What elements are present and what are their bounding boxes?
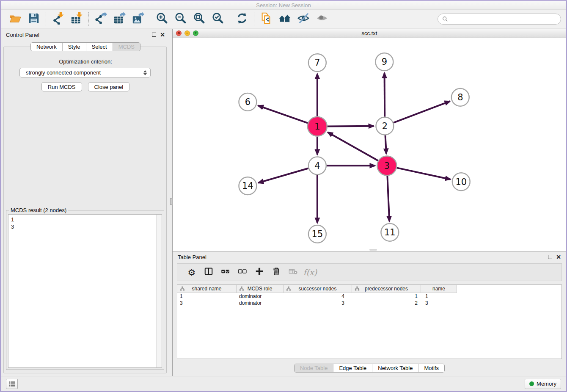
tab-select[interactable]: Select — [86, 43, 113, 51]
apply-layout-button[interactable] — [233, 11, 251, 27]
close-table-panel-icon[interactable]: ✕ — [556, 255, 561, 259]
import-table-button[interactable] — [67, 11, 86, 27]
column-visibility-button[interactable] — [200, 265, 217, 279]
clone-network-button[interactable] — [257, 11, 275, 27]
clone-network-icon — [260, 12, 272, 26]
result-scrollbar[interactable] — [156, 215, 162, 367]
run-mcds-button[interactable]: Run MCDS — [41, 82, 82, 91]
graph-edge-4-14[interactable] — [258, 168, 308, 182]
trash-icon — [272, 267, 281, 278]
mcds-result-box: MCDS result (2 nodes) 1 3 — [6, 210, 164, 370]
network-window-titlebar[interactable]: scc.txt ✕ − + — [173, 29, 566, 38]
search-field[interactable] — [438, 14, 561, 25]
hide-selected-eye-icon — [297, 12, 310, 26]
export-image-button[interactable] — [129, 11, 147, 27]
tab-style[interactable]: Style — [62, 43, 86, 51]
zoom-selected-icon — [212, 12, 224, 26]
float-panel-icon[interactable] — [152, 33, 156, 37]
table-row[interactable]: 1 dominator 4 1 1 — [177, 293, 561, 300]
search-input[interactable] — [451, 15, 556, 22]
zoom-selected-button[interactable] — [209, 11, 227, 27]
home-houses-icon — [278, 12, 291, 26]
export-network-icon — [94, 12, 107, 26]
tab-motifs[interactable]: Motifs — [418, 364, 444, 372]
control-panel: Control Panel ✕ Network Style Select MCD… — [1, 29, 170, 376]
graph-node-label-11: 11 — [384, 227, 396, 237]
show-all-eye-icon — [316, 12, 328, 26]
cell-mcds-role[interactable]: dominator — [237, 293, 284, 299]
zoom-out-icon — [174, 12, 187, 26]
graph-node-label-15: 15 — [312, 229, 323, 239]
float-table-panel-icon[interactable] — [548, 255, 552, 259]
add-column-button[interactable] — [251, 265, 268, 279]
cell-name[interactable]: 1 — [421, 293, 457, 299]
cell-shared-name[interactable]: 3 — [177, 300, 237, 306]
graph-node-label-8: 8 — [457, 92, 463, 102]
graph-edge-1-6[interactable] — [258, 105, 308, 123]
fx-icon: f(x) — [303, 268, 317, 277]
graph-edge-3-10[interactable] — [397, 168, 451, 179]
toolbar-separator — [150, 12, 150, 26]
canvas-splitter-grip[interactable] — [369, 249, 377, 251]
cell-predecessor-nodes[interactable]: 1 — [352, 293, 421, 299]
import-network-button[interactable] — [49, 11, 67, 27]
criterion-dropdown-value: strongly connected component — [26, 69, 101, 76]
delete-table-button[interactable] — [285, 265, 302, 279]
tab-network-table[interactable]: Network Table — [372, 364, 418, 372]
cell-successor-nodes[interactable]: 3 — [284, 300, 352, 306]
hide-selected-button[interactable] — [294, 11, 313, 27]
criterion-dropdown[interactable]: strongly connected component — [19, 68, 151, 77]
export-table-button[interactable] — [110, 11, 129, 27]
select-all-rows-button[interactable] — [217, 265, 234, 279]
graph-edge-2-3[interactable] — [385, 135, 386, 154]
control-panel-tab-bar: Network Style Select MCDS — [30, 42, 140, 51]
zoom-fit-button[interactable] — [190, 11, 209, 27]
save-session-button[interactable] — [25, 11, 43, 27]
toolbar-separator — [46, 12, 46, 26]
table-row[interactable]: 3 dominator 3 2 3 — [177, 300, 561, 306]
zoom-out-button[interactable] — [171, 11, 190, 27]
column-header-shared-name[interactable]: shared name — [177, 285, 237, 293]
memory-button[interactable]: Memory — [525, 379, 561, 389]
column-header-predecessor-nodes[interactable]: predecessor nodes — [352, 285, 421, 293]
tab-edge-table[interactable]: Edge Table — [333, 364, 372, 372]
close-panel-button[interactable]: Close panel — [88, 82, 130, 91]
close-panel-icon[interactable]: ✕ — [160, 33, 165, 37]
export-network-button[interactable] — [91, 11, 110, 27]
graph-edge-1-2[interactable] — [328, 126, 374, 127]
cell-predecessor-nodes[interactable]: 2 — [352, 300, 421, 306]
show-all-button[interactable] — [313, 11, 331, 27]
graph-edge-3-1[interactable] — [328, 132, 378, 160]
tree-icon — [355, 286, 360, 291]
network-window-title: scc.txt — [173, 30, 566, 36]
table-settings-button[interactable]: ⚙ — [183, 265, 200, 279]
column-header-name[interactable]: name — [421, 285, 457, 293]
graph-node-label-2: 2 — [382, 121, 388, 131]
home-networks-button[interactable] — [275, 11, 294, 27]
graph-edge-3-11[interactable] — [387, 176, 389, 221]
open-session-button[interactable] — [6, 11, 25, 27]
graph-edge-2-8[interactable] — [394, 101, 450, 123]
application-window: Session: New Session — [0, 0, 567, 392]
network-canvas[interactable]: 7968124314101511 — [173, 38, 566, 251]
gear-icon: ⚙ — [188, 268, 196, 277]
tab-node-table[interactable]: Node Table — [295, 364, 333, 372]
network-graph[interactable]: 7968124314101511 — [173, 38, 566, 251]
function-builder-button[interactable]: f(x) — [302, 265, 319, 279]
deselect-all-rows-button[interactable] — [234, 265, 251, 279]
cell-shared-name[interactable]: 1 — [177, 293, 237, 299]
delete-column-button[interactable] — [268, 265, 285, 279]
cell-name[interactable]: 3 — [421, 300, 457, 306]
column-header-mcds-role[interactable]: MCDS role — [237, 285, 284, 293]
tab-network[interactable]: Network — [31, 43, 62, 51]
task-history-button[interactable] — [6, 379, 18, 389]
delete-table-icon — [289, 267, 298, 278]
tab-mcds[interactable]: MCDS — [113, 43, 140, 51]
table-toolbar: ⚙ — [177, 263, 562, 281]
cell-successor-nodes[interactable]: 4 — [284, 293, 352, 299]
zoom-in-button[interactable] — [153, 11, 171, 27]
cell-mcds-role[interactable]: dominator — [237, 300, 284, 306]
column-header-successor-nodes[interactable]: successor nodes — [284, 285, 352, 293]
mcds-result-list[interactable]: 1 3 — [8, 214, 162, 368]
graph-edge-2-9[interactable] — [385, 73, 385, 117]
